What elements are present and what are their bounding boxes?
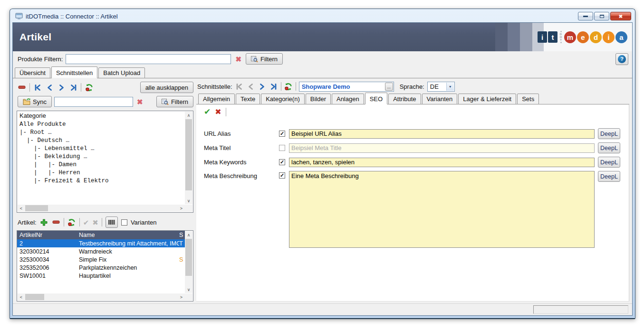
deepl-button[interactable]: DeepL (598, 142, 620, 153)
clear-search-icon[interactable]: ✖ (135, 98, 144, 105)
browse-interface-button[interactable]: ... (385, 83, 393, 91)
column-header-name[interactable]: Name (79, 232, 179, 238)
refresh-categories-button[interactable] (85, 83, 93, 92)
deepl-button[interactable]: DeepL (598, 128, 620, 139)
category-tree: Kategorie Alle Produkte |- Root … |- Deu… (17, 111, 193, 213)
product-filter-input[interactable] (66, 54, 231, 64)
tab-varianten[interactable]: Varianten (422, 94, 458, 104)
table-horizontal-scrollbar[interactable]: < > (18, 293, 185, 301)
table-row[interactable]: 325300034 Simple Fix S (17, 255, 185, 264)
discard-icon[interactable]: ✖ (215, 108, 221, 116)
nav-first-button[interactable] (33, 83, 42, 92)
scroll-left-icon[interactable]: < (18, 205, 25, 212)
meta-beschreibung-checkbox[interactable] (279, 172, 285, 179)
category-filtern-button[interactable]: Filtern (156, 96, 193, 107)
varianten-checkbox[interactable] (121, 219, 127, 226)
table-vertical-scrollbar[interactable]: ∧ ∨ (185, 231, 192, 293)
scroll-up-icon[interactable]: ∧ (185, 112, 192, 119)
refresh-articles-button[interactable] (67, 218, 76, 226)
maximize-button[interactable] (594, 12, 609, 20)
tab-bilder[interactable]: Bilder (306, 94, 331, 104)
table-row[interactable]: 2 Testbeschreibung mit Attachment, IMG T (17, 239, 185, 247)
add-article-button[interactable] (40, 218, 48, 226)
tree-horizontal-scrollbar[interactable]: < > (18, 205, 185, 212)
scroll-right-icon[interactable]: > (178, 293, 185, 301)
interface-first-button[interactable] (235, 82, 244, 91)
table-row[interactable]: SW10001 Hauptartikel (17, 272, 185, 280)
interface-prev-button[interactable] (247, 82, 255, 91)
tree-node[interactable]: Alle Produkte (19, 121, 183, 129)
chevron-down-icon[interactable]: ▼ (446, 83, 454, 91)
tab-anlagen[interactable]: Anlagen (332, 94, 364, 104)
meta-keywords-input[interactable] (289, 158, 595, 167)
tab-batch-upload[interactable]: Batch Upload (98, 67, 145, 78)
scroll-left-icon[interactable]: < (18, 293, 25, 301)
remove-article-button[interactable] (52, 218, 60, 226)
clear-filter-icon[interactable]: ✖ (234, 56, 243, 63)
tree-vertical-scrollbar[interactable]: ∧ ∨ (185, 112, 192, 204)
tab-sets[interactable]: Sets (517, 94, 539, 104)
save-icon[interactable]: ✔ (204, 108, 211, 116)
tab-uebersicht[interactable]: Übersicht (15, 67, 50, 78)
remove-category-button[interactable] (18, 83, 26, 92)
scroll-down-icon[interactable]: ∨ (185, 197, 192, 204)
tree-node[interactable]: |- Deutsch … (19, 137, 183, 145)
product-filtern-button[interactable]: Filtern (246, 53, 283, 65)
maximize-icon (600, 15, 604, 18)
scroll-up-icon[interactable]: ∧ (185, 231, 192, 238)
column-header-artikelnr[interactable]: ArtikelNr (17, 232, 79, 238)
scrollbar-thumb[interactable] (25, 205, 48, 211)
tree-node[interactable]: |- Bekleidung … (19, 153, 183, 161)
scrollbar-thumb[interactable] (185, 239, 192, 276)
interface-last-button[interactable] (269, 82, 278, 91)
nav-next-button[interactable] (57, 83, 66, 92)
tab-attribute[interactable]: Attribute (388, 94, 421, 104)
language-label: Sprache: (400, 83, 424, 90)
window-icon[interactable] (15, 13, 23, 19)
tab-schnittstellen[interactable]: Schnittstellen (51, 66, 97, 78)
tree-node[interactable]: | |- Damen (19, 161, 183, 169)
deepl-button[interactable]: DeepL (598, 157, 620, 168)
barcode-button[interactable] (106, 217, 118, 228)
nav-last-button[interactable] (69, 83, 77, 92)
minimize-button[interactable] (578, 12, 593, 20)
url-alias-checkbox[interactable] (279, 131, 285, 137)
tab-lager-lieferzeit[interactable]: Lager & Lieferzeit (458, 94, 516, 104)
meta-beschreibung-textarea[interactable]: Eine Meta Beschreibung (289, 171, 595, 248)
client-area: Artikel i t DOT m e d (12, 22, 633, 316)
tree-node[interactable]: | |- Herren (19, 169, 183, 177)
interface-name-field[interactable]: Shopware Demo ... (299, 82, 394, 92)
nav-prev-button[interactable] (45, 83, 54, 92)
tab-kategorien[interactable]: Kategorie(n) (261, 94, 305, 104)
column-header-extra[interactable]: S (179, 232, 185, 238)
meta-titel-checkbox[interactable] (279, 145, 285, 151)
url-alias-input[interactable] (289, 129, 595, 139)
scroll-right-icon[interactable]: > (178, 205, 185, 212)
interface-next-button[interactable] (258, 82, 267, 91)
tab-seo[interactable]: SEO (365, 93, 387, 104)
scroll-down-icon[interactable]: ∨ (185, 286, 192, 293)
meta-titel-input[interactable] (289, 143, 595, 153)
table-row[interactable]: 325352006 Parkplatzkennzeichen (17, 264, 185, 272)
tree-node[interactable]: |- Freizeit & Elektro (19, 177, 183, 185)
expand-all-button[interactable]: alle ausklappen (140, 82, 193, 93)
language-select[interactable]: DE ▼ (427, 82, 455, 92)
help-button[interactable]: ? (615, 53, 628, 65)
tab-allgemein[interactable]: Allgemein (198, 94, 235, 104)
sync-button[interactable]: Sync (18, 96, 52, 107)
meta-keywords-checkbox[interactable] (279, 159, 285, 165)
tree-node[interactable]: |- Root … (19, 129, 183, 137)
refresh-interface-button[interactable] (284, 82, 293, 91)
next-icon (259, 83, 266, 90)
scrollbar-thumb[interactable] (185, 119, 192, 190)
table-row[interactable]: 320300214 Warndreieck (17, 247, 185, 255)
deepl-button[interactable]: DeepL (598, 171, 620, 182)
field-label: Meta Keywords (204, 159, 279, 166)
close-button[interactable]: ✖ (610, 12, 631, 20)
tree-node[interactable]: |- Lebensmittel … (19, 145, 183, 153)
tab-texte[interactable]: Texte (236, 94, 260, 104)
scrollbar-thumb[interactable] (25, 294, 44, 300)
logo-letter-i2: i (603, 31, 615, 43)
interface-name-value: Shopware Demo (302, 83, 350, 90)
category-search-input[interactable] (54, 97, 133, 107)
